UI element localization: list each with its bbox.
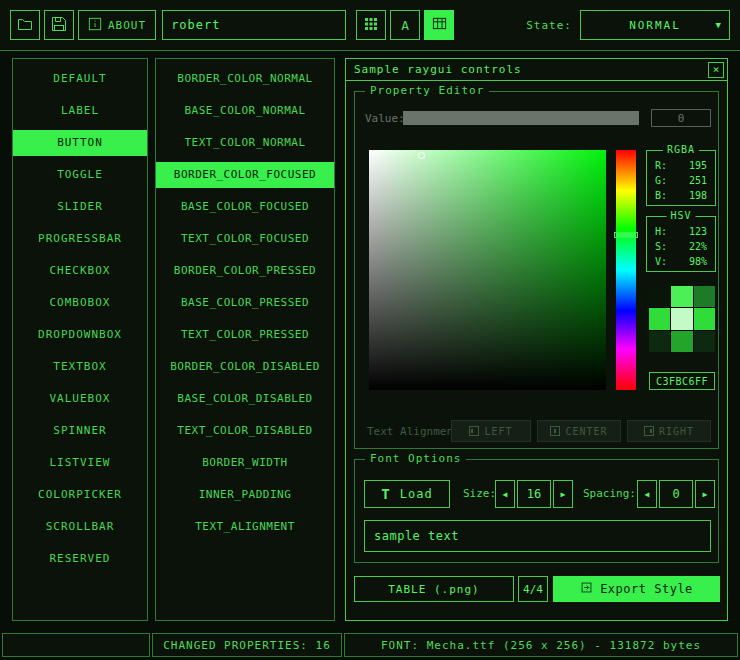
list-item-border_color_pressed[interactable]: BORDER_COLOR_PRESSED xyxy=(156,258,334,284)
list-item-toggle[interactable]: TOGGLE xyxy=(13,162,147,188)
list-item-base_color_normal[interactable]: BASE_COLOR_NORMAL xyxy=(156,98,334,124)
about-button-label: ABOUT xyxy=(108,19,146,32)
list-item-default[interactable]: DEFAULT xyxy=(13,66,147,92)
list-item-reserved[interactable]: RESERVED xyxy=(13,546,147,572)
style-color-swatch[interactable] xyxy=(649,286,670,307)
list-item-listview[interactable]: LISTVIEW xyxy=(13,450,147,476)
style-color-swatch[interactable] xyxy=(694,308,715,329)
style-color-swatch[interactable] xyxy=(671,286,692,307)
style-table-button[interactable] xyxy=(424,10,454,40)
style-color-swatch[interactable] xyxy=(671,331,692,352)
size-increase-button[interactable]: ▶ xyxy=(553,480,573,508)
list-item-button[interactable]: BUTTON xyxy=(13,130,147,156)
list-item-colorpicker[interactable]: COLORPICKER xyxy=(13,482,147,508)
color-picker-area[interactable] xyxy=(369,150,606,390)
list-item-border_color_normal[interactable]: BORDER_COLOR_NORMAL xyxy=(156,66,334,92)
align-center-icon xyxy=(550,426,560,436)
list-item-spinner[interactable]: SPINNER xyxy=(13,418,147,444)
align-left-button[interactable]: LEFT xyxy=(451,420,531,442)
style-color-swatch[interactable] xyxy=(649,308,670,329)
spacing-value-box[interactable]: 0 xyxy=(659,480,693,508)
export-format-dropdown[interactable]: TABLE (.png) xyxy=(354,576,514,602)
hsv-row-v: V:98% xyxy=(655,254,707,269)
style-color-swatch[interactable] xyxy=(694,331,715,352)
controls-list-panel: DEFAULTLABELBUTTONTOGGLESLIDERPROGRESSBA… xyxy=(12,58,148,621)
format-count-box[interactable]: 4/4 xyxy=(518,576,548,602)
chevron-left-icon: ◀ xyxy=(645,490,650,499)
list-item-text_color_focused[interactable]: TEXT_COLOR_FOCUSED xyxy=(156,226,334,252)
list-item-text_color_disabled[interactable]: TEXT_COLOR_DISABLED xyxy=(156,418,334,444)
list-item-valuebox[interactable]: VALUEBOX xyxy=(13,386,147,412)
rgba-row-g: G:251 xyxy=(655,173,707,188)
size-decrease-button[interactable]: ◀ xyxy=(495,480,515,508)
h-value: 123 xyxy=(689,224,707,239)
close-icon: × xyxy=(713,64,720,75)
list-item-base_color_disabled[interactable]: BASE_COLOR_DISABLED xyxy=(156,386,334,412)
property-editor-group: Property Editor Value: 0 RGBA R:195 G:25… xyxy=(354,91,719,449)
style-name-input[interactable] xyxy=(162,10,346,40)
chevron-down-icon: ▼ xyxy=(716,20,721,30)
list-item-text_color_normal[interactable]: TEXT_COLOR_NORMAL xyxy=(156,130,334,156)
folder-icon xyxy=(17,16,33,35)
list-item-text_alignment[interactable]: TEXT_ALIGNMENT xyxy=(156,514,334,540)
sample-text-input[interactable] xyxy=(364,520,711,552)
chevron-right-icon: ▶ xyxy=(703,490,708,499)
g-value: 251 xyxy=(689,173,707,188)
list-item-border_color_disabled[interactable]: BORDER_COLOR_DISABLED xyxy=(156,354,334,380)
color-picker-cursor[interactable] xyxy=(418,152,425,159)
align-right-button[interactable]: RIGHT xyxy=(627,420,711,442)
list-item-label[interactable]: LABEL xyxy=(13,98,147,124)
value-box[interactable]: 0 xyxy=(651,109,711,127)
hex-value-box[interactable]: C3FBC6FF xyxy=(649,372,715,390)
open-style-button[interactable] xyxy=(10,10,40,40)
b-label: B: xyxy=(655,188,667,203)
list-item-combobox[interactable]: COMBOBOX xyxy=(13,290,147,316)
list-item-border_color_focused[interactable]: BORDER_COLOR_FOCUSED xyxy=(156,162,334,188)
list-item-scrollbar[interactable]: SCROLLBAR xyxy=(13,514,147,540)
save-style-button[interactable] xyxy=(44,10,74,40)
controls-list: DEFAULTLABELBUTTONTOGGLESLIDERPROGRESSBA… xyxy=(13,59,147,572)
list-item-textbox[interactable]: TEXTBOX xyxy=(13,354,147,380)
floppy-icon xyxy=(51,16,67,35)
export-style-button[interactable]: Export Style xyxy=(553,576,720,602)
style-swatch-grid xyxy=(649,286,715,352)
v-value: 98% xyxy=(689,254,707,269)
align-center-button[interactable]: CENTER xyxy=(537,420,621,442)
spacing-decrease-button[interactable]: ◀ xyxy=(637,480,657,508)
state-label: State: xyxy=(526,19,572,32)
grid-icon xyxy=(364,17,378,34)
text-alignment-label: Text Alignment xyxy=(367,425,460,438)
style-color-swatch[interactable] xyxy=(649,331,670,352)
hsv-group: HSV H:123 S:22% V:98% xyxy=(646,216,716,272)
size-value-box[interactable]: 16 xyxy=(517,480,551,508)
list-item-border_width[interactable]: BORDER_WIDTH xyxy=(156,450,334,476)
grid-view-button[interactable] xyxy=(356,10,386,40)
about-button[interactable]: ABOUT xyxy=(78,10,156,40)
style-color-swatch[interactable] xyxy=(671,308,692,329)
load-font-button[interactable]: T Load xyxy=(364,480,450,508)
list-item-progressbar[interactable]: PROGRESSBAR xyxy=(13,226,147,252)
state-dropdown[interactable]: NORMAL ▼ xyxy=(580,10,730,40)
close-button[interactable]: × xyxy=(708,62,724,78)
property-editor-title: Property Editor xyxy=(365,84,489,97)
spacing-increase-button[interactable]: ▶ xyxy=(695,480,715,508)
hsv-row-h: H:123 xyxy=(655,224,707,239)
info-icon xyxy=(88,17,102,34)
window-titlebar[interactable]: Sample raygui controls × xyxy=(346,59,727,81)
list-item-slider[interactable]: SLIDER xyxy=(13,194,147,220)
state-dropdown-value: NORMAL xyxy=(629,19,681,32)
hue-bar-cursor[interactable] xyxy=(614,232,638,238)
list-item-base_color_pressed[interactable]: BASE_COLOR_PRESSED xyxy=(156,290,334,316)
list-item-inner_padding[interactable]: INNER_PADDING xyxy=(156,482,334,508)
font-view-button[interactable]: A xyxy=(390,10,420,40)
list-item-text_color_pressed[interactable]: TEXT_COLOR_PRESSED xyxy=(156,322,334,348)
value-slider[interactable] xyxy=(403,111,639,125)
font-options-group: Font Options T Load Size: ◀ 16 ▶ Spacing… xyxy=(354,459,719,563)
load-font-label: Load xyxy=(400,487,433,501)
align-right-icon xyxy=(644,426,654,436)
list-item-checkbox[interactable]: CHECKBOX xyxy=(13,258,147,284)
style-color-swatch[interactable] xyxy=(694,286,715,307)
list-item-base_color_focused[interactable]: BASE_COLOR_FOCUSED xyxy=(156,194,334,220)
hue-bar[interactable] xyxy=(616,150,636,390)
list-item-dropdownbox[interactable]: DROPDOWNBOX xyxy=(13,322,147,348)
